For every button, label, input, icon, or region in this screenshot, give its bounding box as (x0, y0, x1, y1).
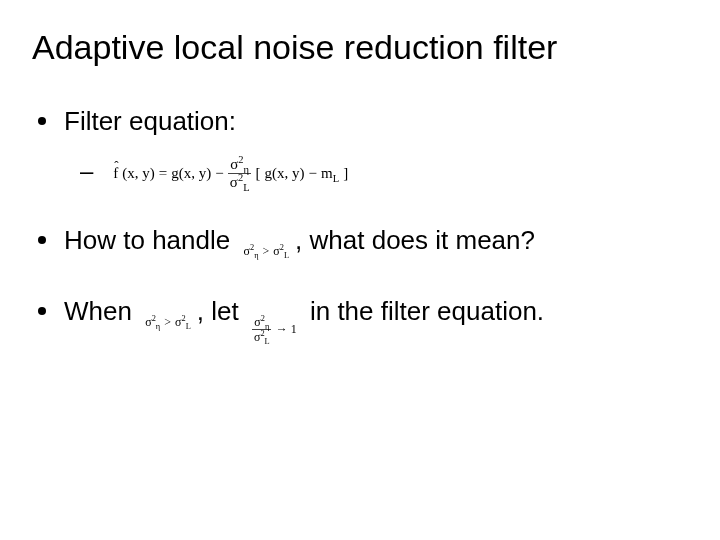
ratio-to-one: σ2η σ2L → 1 (252, 316, 297, 343)
spacer (32, 277, 688, 295)
bullet-1: Filter equation: (32, 105, 688, 139)
slide: Adaptive local noise reduction filter Fi… (0, 0, 720, 540)
sigma-ratio: σ2η σ2L (228, 157, 252, 190)
bullet-2-text: How to handle σ2η > σ2L , what does it m… (64, 224, 688, 260)
sub-bullet-1: – f(x, y) = g(x, y) − σ2η σ2L [g(x, y) −… (80, 157, 688, 190)
f-hat: f (113, 165, 118, 182)
bullet-dot-icon (38, 307, 46, 315)
bullet-2: How to handle σ2η > σ2L , what does it m… (32, 224, 688, 260)
bullet-dot-icon (38, 117, 46, 125)
bullet-3: When σ2η > σ2L , let σ2η σ2L → 1 in the … (32, 295, 688, 343)
slide-title: Adaptive local noise reduction filter (32, 28, 688, 67)
inequality-expr-2: σ2η > σ2L (145, 315, 191, 331)
bullet-dot-icon (38, 236, 46, 244)
bullet-1-text: Filter equation: (64, 105, 688, 139)
inequality-expr: σ2η > σ2L (243, 244, 289, 260)
bullet-3-text: When σ2η > σ2L , let σ2η σ2L → 1 in the … (64, 295, 688, 343)
filter-equation: f(x, y) = g(x, y) − σ2η σ2L [g(x, y) − m… (113, 157, 348, 190)
dash-icon: – (80, 157, 93, 185)
